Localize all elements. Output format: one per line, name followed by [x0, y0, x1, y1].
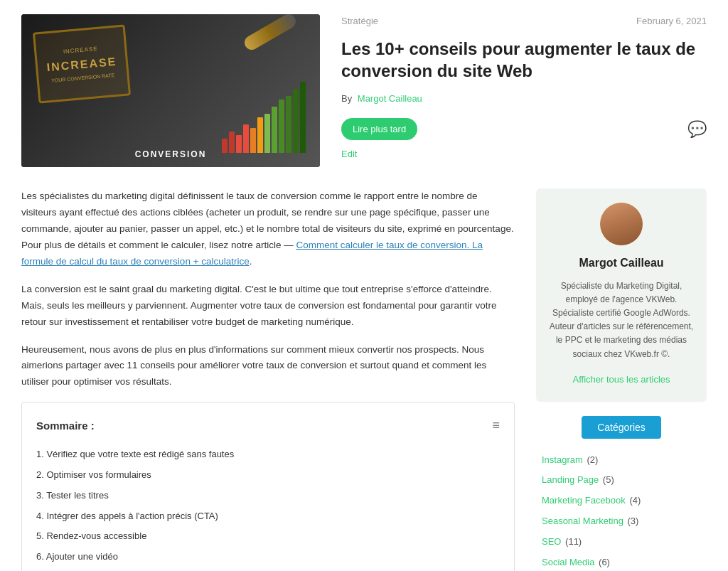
bar-6	[257, 117, 263, 153]
category-link[interactable]: Social Media	[542, 557, 594, 567]
bar-11	[293, 89, 299, 153]
categories-button[interactable]: Catégories	[582, 416, 661, 439]
category-count: (2)	[584, 454, 599, 465]
article-body: Les spécialistes du marketing digital dé…	[21, 188, 515, 571]
bar-8	[272, 107, 277, 153]
body-paragraph-3: Heureusement, nous avons de plus en plus…	[21, 342, 515, 391]
sommaire-list: 1. Vérifiez que votre texte est rédigé s…	[36, 444, 500, 567]
categories-section: Catégories Instagram (2)Landing Page (5)…	[536, 416, 707, 571]
content-area: Les spécialistes du marketing digital dé…	[21, 188, 707, 571]
edit-link-wrapper: Edit	[341, 146, 707, 162]
edit-link[interactable]: Edit	[341, 149, 357, 159]
sommaire-header: Sommaire : ≡	[36, 415, 500, 436]
author-avatar	[600, 203, 643, 245]
bar-1	[222, 139, 228, 153]
pen-decoration	[242, 14, 298, 53]
sommaire-item: 5. Rendez-vous accessible	[36, 526, 500, 547]
category-list-item: SEO (11)	[542, 532, 701, 553]
category-count: (6)	[596, 557, 610, 567]
bar-3	[236, 135, 242, 153]
author-name-link[interactable]: Margot Cailleau	[358, 93, 422, 104]
author-bio: Spécialiste du Marketing Digital, employ…	[547, 279, 695, 361]
bar-12	[300, 82, 306, 153]
author-card-name: Margot Cailleau	[547, 254, 695, 272]
stamp-overlay: INCREASE INCREASE YOUR CONVERSION RATE	[33, 25, 131, 104]
sommaire-title: Sommaire :	[36, 417, 95, 434]
category-count: (4)	[627, 495, 641, 506]
author-card: Margot Cailleau Spécialiste du Marketing…	[536, 188, 707, 402]
lire-plus-tard-button[interactable]: Lire plus tard	[341, 118, 417, 140]
article-category: Stratégie	[341, 14, 378, 29]
bar-4	[243, 124, 249, 153]
voir-articles-link[interactable]: Afficher tous les articles	[572, 374, 670, 385]
category-link[interactable]: Marketing Facebook	[542, 495, 626, 506]
sommaire-item: 3. Tester les titres	[36, 486, 500, 506]
category-list-item: Seasonal Marketing (3)	[542, 511, 701, 532]
article-title: Les 10+ conseils pour augmenter le taux …	[341, 38, 707, 82]
comment-icon[interactable]: 💬	[687, 117, 707, 142]
image-inner: INCREASE INCREASE YOUR CONVERSION RATE	[21, 14, 320, 167]
author-prefix: By	[341, 93, 352, 104]
bar-10	[286, 96, 291, 153]
category-list-item: Landing Page (5)	[542, 470, 701, 491]
category-list: Instagram (2)Landing Page (5)Marketing F…	[536, 450, 707, 571]
article-header: INCREASE INCREASE YOUR CONVERSION RATE	[21, 14, 707, 167]
sommaire-item: 2. Optimiser vos formulaires	[36, 465, 500, 486]
category-list-item: Social Media (6)	[542, 553, 701, 572]
bar-5	[250, 128, 256, 153]
bar-7	[264, 114, 270, 153]
category-link[interactable]: Landing Page	[542, 474, 599, 485]
sommaire-item: 4. Intégrer des appels à l'action précis…	[36, 506, 500, 527]
body-paragraph-1: Les spécialistes du marketing digital dé…	[21, 188, 515, 270]
sommaire-box: Sommaire : ≡ 1. Vérifiez que votre texte…	[21, 402, 515, 571]
category-link[interactable]: Instagram	[542, 454, 583, 465]
sommaire-list-icon[interactable]: ≡	[492, 415, 500, 436]
sommaire-item: 6. Ajouter une vidéo	[36, 547, 500, 567]
sommaire-item: 1. Vérifiez que votre texte est rédigé s…	[36, 444, 500, 465]
category-list-item: Marketing Facebook (4)	[542, 491, 701, 511]
category-link[interactable]: SEO	[542, 536, 561, 547]
meta-top: Stratégie February 6, 2021	[341, 14, 707, 29]
conversion-label: CONVERSION	[135, 148, 207, 161]
category-count: (5)	[600, 474, 614, 485]
category-count: (3)	[625, 516, 639, 526]
link1-trail: .	[250, 256, 252, 267]
article-date: February 6, 2021	[636, 14, 707, 29]
actions-row: Lire plus tard 💬	[341, 117, 707, 142]
category-count: (11)	[562, 536, 582, 547]
bar-9	[279, 100, 284, 153]
body-paragraph-2: La conversion est le saint graal du mark…	[21, 282, 515, 331]
category-list-item: Instagram (2)	[542, 450, 701, 471]
article-featured-image: INCREASE INCREASE YOUR CONVERSION RATE	[21, 14, 320, 167]
avatar-image	[600, 203, 643, 245]
category-link[interactable]: Seasonal Marketing	[542, 516, 623, 526]
author-line: By Margot Cailleau	[341, 92, 707, 107]
page-wrapper: INCREASE INCREASE YOUR CONVERSION RATE	[0, 0, 728, 571]
sidebar: Margot Cailleau Spécialiste du Marketing…	[536, 188, 707, 571]
bars-chart	[222, 82, 306, 153]
bar-2	[229, 132, 235, 153]
article-meta: Stratégie February 6, 2021 Les 10+ conse…	[341, 14, 707, 167]
